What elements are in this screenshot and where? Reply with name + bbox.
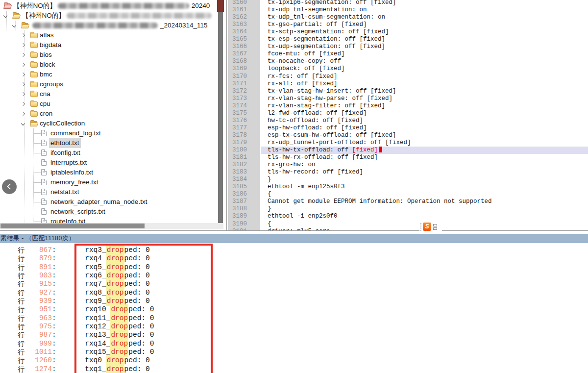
text-file-icon — [41, 130, 47, 136]
tree-label[interactable]: netstat.txt — [50, 187, 79, 197]
line-number: 3188 — [232, 205, 247, 213]
line-number: 3179 — [232, 139, 247, 147]
tree-label-selected[interactable]: ethtool.txt — [49, 138, 81, 148]
line-number: 3187 — [232, 198, 247, 205]
result-colon: : — [52, 280, 56, 288]
result-line-number: 891 — [26, 263, 52, 272]
line-label: 行 — [18, 314, 26, 323]
tree-connector-line — [34, 202, 41, 202]
line-label: 行 — [18, 272, 26, 280]
log-line-3170: rx-fcs: off [fixed] — [261, 73, 588, 80]
tree-guide-line — [24, 30, 24, 223]
tree-vertical-scrollbar-thumb[interactable] — [218, 12, 223, 223]
log-line-3165: tx-esp-segmentation: off [fixed] — [261, 36, 588, 43]
tree-label[interactable]: block — [40, 60, 55, 70]
log-line-3186: { — [261, 191, 588, 198]
result-line-number: 903 — [26, 272, 52, 280]
open-folder-icon — [13, 13, 20, 19]
tree-label[interactable]: cna — [40, 89, 50, 99]
result-colon: : — [52, 365, 56, 373]
line-number: 3176 — [232, 117, 247, 124]
tree-connector-line — [34, 212, 41, 212]
result-colon: : — [52, 289, 56, 297]
panel-divider[interactable] — [0, 230, 588, 231]
log-analyzer-window: 【神州NO的】20240【神州NO的】_20240314_115atlasbig… — [0, 0, 588, 373]
log-line-3160: tx-ipxip6-segmentation: off [fixed] — [261, 0, 588, 6]
tree-label[interactable]: interrupts.txt — [50, 158, 87, 168]
log-line-3179: rx-udp_tunnel-port-offload: off [fixed] — [261, 139, 588, 147]
log-line-3169: loopback: off [fixed] — [261, 65, 588, 73]
line-number: 3177 — [232, 124, 247, 132]
line-number: 3185 — [232, 183, 247, 191]
tree-connector-line — [34, 192, 41, 193]
log-line-3181: tls-hw-rx-offload: off [fixed] — [261, 154, 588, 161]
tree-label[interactable]: memory_free.txt — [50, 177, 98, 187]
line-number: 3169 — [232, 65, 247, 73]
line-number: 3161 — [232, 6, 247, 14]
tree-label[interactable]: cyclicCollection — [40, 119, 85, 128]
ime-mode-icon[interactable] — [433, 224, 437, 230]
result-colon: : — [52, 272, 56, 280]
tree-horizontal-scrollbar[interactable] — [0, 223, 223, 229]
folder-icon — [30, 101, 38, 107]
redacted-text-block — [32, 23, 158, 28]
result-colon: : — [52, 254, 56, 263]
result-colon: : — [52, 340, 56, 348]
ime-toolbar[interactable]: S — [419, 221, 442, 232]
log-line-3184: } — [261, 176, 588, 183]
tree-label[interactable]: _20240314_115 — [31, 21, 208, 30]
tree-label[interactable]: 【神州NO的】 — [22, 11, 214, 21]
tree-connector-line — [34, 153, 41, 153]
tree-label[interactable]: bigdata — [40, 40, 61, 50]
log-viewer-panel[interactable]: 3160316131623163316431653166316731683169… — [226, 0, 588, 230]
folder-icon — [30, 33, 38, 38]
log-line-3182: rx-gro-hw: on — [261, 161, 588, 169]
sogou-ime-icon[interactable]: S — [423, 223, 431, 231]
line-number: 3162 — [232, 14, 247, 21]
tree-label[interactable]: cron — [40, 109, 52, 119]
file-tree-panel: 【神州NO的】20240【神州NO的】_20240314_115atlasbig… — [0, 0, 226, 231]
line-label: 行 — [18, 356, 26, 365]
tree-label[interactable]: ifconfig.txt — [50, 148, 80, 158]
tree-label[interactable]: cpu — [40, 99, 50, 109]
result-line-number: 1011 — [26, 348, 52, 356]
fixed-flag-red: [fixed] — [352, 147, 378, 153]
tree-label[interactable]: atlas — [40, 30, 54, 40]
line-number: 3160 — [232, 0, 247, 6]
folder-icon — [30, 52, 38, 58]
result-line-number: 1274 — [26, 365, 52, 373]
line-number: 3167 — [232, 50, 247, 58]
line-number: 3168 — [232, 58, 247, 65]
tree-label[interactable]: iptablesInfo.txt — [50, 168, 93, 177]
tree-label[interactable]: network_scripts.txt — [50, 207, 105, 217]
tree-vertical-scrollbar[interactable] — [218, 0, 223, 223]
log-line-3175: l2-fwd-offload: off [fixed] — [261, 110, 588, 117]
line-label: 行 — [18, 280, 26, 288]
tree-label[interactable]: bios — [40, 50, 52, 60]
tree-label[interactable]: cgroups — [40, 79, 63, 89]
collapse-panel-button[interactable] — [2, 179, 17, 194]
line-label: 行 — [18, 263, 26, 272]
log-line-3161: tx-udp_tnl-segmentation: on — [261, 6, 588, 14]
log-line-3185: ethtool -m enp125s0f3 — [261, 183, 588, 191]
archive-root-icon — [4, 3, 11, 9]
tree-connector-line — [34, 173, 41, 173]
tree-horizontal-scrollbar-thumb[interactable] — [0, 224, 145, 228]
line-label: 行 — [18, 246, 26, 254]
line-label: 行 — [18, 254, 26, 263]
line-number: 3163 — [232, 21, 247, 28]
line-number: 3166 — [232, 43, 247, 50]
top-split-region: 【神州NO的】20240【神州NO的】_20240314_115atlasbig… — [0, 0, 588, 231]
line-number: 3178 — [232, 132, 247, 139]
tree-label[interactable]: 【神州NO的】20240 — [13, 1, 210, 11]
tree-label[interactable]: bmc — [40, 70, 52, 79]
line-number: 3189 — [232, 213, 247, 220]
line-number: 3182 — [232, 161, 247, 169]
ime-drag-handle[interactable] — [420, 223, 421, 231]
tree-label[interactable]: command_log.txt — [50, 128, 101, 138]
result-line-number: 867 — [26, 246, 52, 254]
tree-label[interactable]: network_adapter_numa_node.txt — [50, 197, 147, 207]
log-line-3178: esp-tx-csum-hw-offload: off [fixed] — [261, 132, 588, 139]
text-file-icon — [41, 159, 47, 166]
redacted-text-block — [67, 13, 212, 19]
